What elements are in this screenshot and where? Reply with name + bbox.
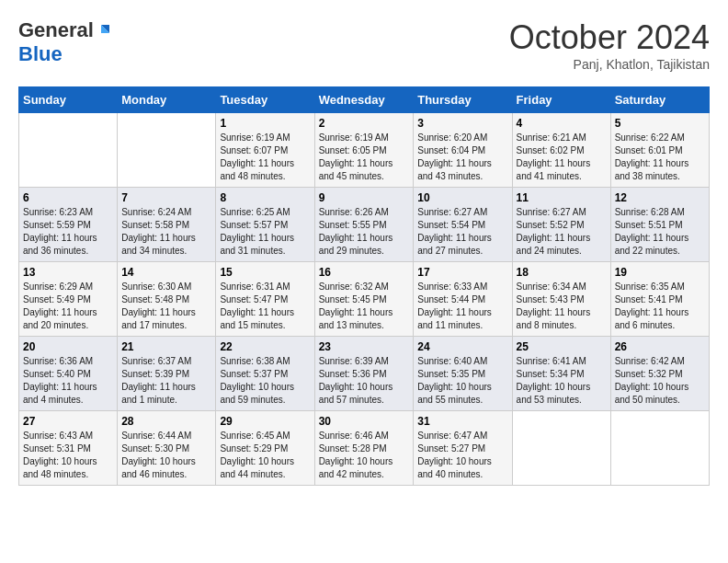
calendar-cell: 11Sunrise: 6:27 AM Sunset: 5:52 PM Dayli… xyxy=(512,188,610,262)
day-info: Sunrise: 6:41 AM Sunset: 5:34 PM Dayligh… xyxy=(517,355,607,407)
day-number: 29 xyxy=(220,415,310,428)
day-info: Sunrise: 6:37 AM Sunset: 5:39 PM Dayligh… xyxy=(121,355,211,407)
col-thursday: Thursday xyxy=(414,87,512,113)
calendar-cell xyxy=(610,411,709,486)
day-number: 3 xyxy=(417,117,507,130)
day-info: Sunrise: 6:38 AM Sunset: 5:37 PM Dayligh… xyxy=(220,355,310,407)
day-info: Sunrise: 6:30 AM Sunset: 5:48 PM Dayligh… xyxy=(121,281,211,332)
calendar-week-2: 6Sunrise: 6:23 AM Sunset: 5:59 PM Daylig… xyxy=(19,188,710,262)
calendar-cell: 7Sunrise: 6:24 AM Sunset: 5:58 PM Daylig… xyxy=(118,188,216,262)
day-number: 31 xyxy=(417,415,507,428)
day-number: 7 xyxy=(121,191,211,204)
header-row: Sunday Monday Tuesday Wednesday Thursday… xyxy=(19,87,710,113)
calendar-cell: 2Sunrise: 6:19 AM Sunset: 6:05 PM Daylig… xyxy=(314,113,414,188)
calendar-cell xyxy=(118,113,216,188)
calendar-week-5: 27Sunrise: 6:43 AM Sunset: 5:31 PM Dayli… xyxy=(19,411,710,486)
calendar-week-1: 1Sunrise: 6:19 AM Sunset: 6:07 PM Daylig… xyxy=(19,113,710,188)
calendar-cell: 9Sunrise: 6:26 AM Sunset: 5:55 PM Daylig… xyxy=(314,188,414,262)
day-info: Sunrise: 6:20 AM Sunset: 6:04 PM Dayligh… xyxy=(417,132,507,183)
day-info: Sunrise: 6:19 AM Sunset: 6:05 PM Dayligh… xyxy=(319,132,410,183)
calendar-cell: 3Sunrise: 6:20 AM Sunset: 6:04 PM Daylig… xyxy=(414,113,512,188)
day-info: Sunrise: 6:45 AM Sunset: 5:29 PM Dayligh… xyxy=(220,430,310,481)
col-wednesday: Wednesday xyxy=(314,87,414,113)
calendar-cell: 20Sunrise: 6:36 AM Sunset: 5:40 PM Dayli… xyxy=(19,337,118,411)
calendar-cell: 24Sunrise: 6:40 AM Sunset: 5:35 PM Dayli… xyxy=(414,337,512,411)
calendar-cell: 1Sunrise: 6:19 AM Sunset: 6:07 PM Daylig… xyxy=(216,113,314,188)
day-info: Sunrise: 6:43 AM Sunset: 5:31 PM Dayligh… xyxy=(23,430,113,481)
calendar-cell: 14Sunrise: 6:30 AM Sunset: 5:48 PM Dayli… xyxy=(118,262,216,337)
day-number: 14 xyxy=(121,266,211,279)
day-number: 22 xyxy=(220,340,310,353)
day-info: Sunrise: 6:26 AM Sunset: 5:55 PM Dayligh… xyxy=(319,206,410,258)
calendar-week-4: 20Sunrise: 6:36 AM Sunset: 5:40 PM Dayli… xyxy=(19,337,710,411)
day-number: 11 xyxy=(517,191,607,204)
day-info: Sunrise: 6:27 AM Sunset: 5:52 PM Dayligh… xyxy=(517,206,607,258)
day-info: Sunrise: 6:23 AM Sunset: 5:59 PM Dayligh… xyxy=(23,206,113,258)
day-info: Sunrise: 6:27 AM Sunset: 5:54 PM Dayligh… xyxy=(417,206,507,258)
col-sunday: Sunday xyxy=(19,87,118,113)
calendar-cell: 19Sunrise: 6:35 AM Sunset: 5:41 PM Dayli… xyxy=(610,262,709,337)
day-number: 6 xyxy=(23,191,113,204)
day-info: Sunrise: 6:21 AM Sunset: 6:02 PM Dayligh… xyxy=(517,132,607,183)
day-number: 24 xyxy=(417,340,507,353)
day-number: 10 xyxy=(417,191,507,204)
calendar-cell xyxy=(19,113,118,188)
day-info: Sunrise: 6:39 AM Sunset: 5:36 PM Dayligh… xyxy=(319,355,410,407)
calendar-cell: 16Sunrise: 6:32 AM Sunset: 5:45 PM Dayli… xyxy=(314,262,414,337)
calendar-cell: 23Sunrise: 6:39 AM Sunset: 5:36 PM Dayli… xyxy=(314,337,414,411)
day-number: 18 xyxy=(517,266,607,279)
calendar-cell: 12Sunrise: 6:28 AM Sunset: 5:51 PM Dayli… xyxy=(610,188,709,262)
day-number: 21 xyxy=(121,340,211,353)
day-info: Sunrise: 6:35 AM Sunset: 5:41 PM Dayligh… xyxy=(615,281,705,332)
day-info: Sunrise: 6:31 AM Sunset: 5:47 PM Dayligh… xyxy=(220,281,310,332)
calendar-cell: 15Sunrise: 6:31 AM Sunset: 5:47 PM Dayli… xyxy=(216,262,314,337)
day-info: Sunrise: 6:33 AM Sunset: 5:44 PM Dayligh… xyxy=(417,281,507,332)
day-info: Sunrise: 6:47 AM Sunset: 5:27 PM Dayligh… xyxy=(417,430,507,481)
day-number: 5 xyxy=(615,117,705,130)
day-info: Sunrise: 6:25 AM Sunset: 5:57 PM Dayligh… xyxy=(220,206,310,258)
location-subtitle: Panj, Khatlon, Tajikistan xyxy=(509,57,710,72)
day-info: Sunrise: 6:44 AM Sunset: 5:30 PM Dayligh… xyxy=(121,430,211,481)
day-info: Sunrise: 6:40 AM Sunset: 5:35 PM Dayligh… xyxy=(417,355,507,407)
day-number: 28 xyxy=(121,415,211,428)
calendar-cell: 27Sunrise: 6:43 AM Sunset: 5:31 PM Dayli… xyxy=(19,411,118,486)
day-number: 2 xyxy=(319,117,410,130)
day-info: Sunrise: 6:42 AM Sunset: 5:32 PM Dayligh… xyxy=(615,355,705,407)
calendar-week-3: 13Sunrise: 6:29 AM Sunset: 5:49 PM Dayli… xyxy=(19,262,710,337)
calendar-cell: 22Sunrise: 6:38 AM Sunset: 5:37 PM Dayli… xyxy=(216,337,314,411)
day-number: 23 xyxy=(319,340,410,353)
calendar-cell: 18Sunrise: 6:34 AM Sunset: 5:43 PM Dayli… xyxy=(512,262,610,337)
calendar-cell xyxy=(512,411,610,486)
day-info: Sunrise: 6:29 AM Sunset: 5:49 PM Dayligh… xyxy=(23,281,113,332)
day-number: 27 xyxy=(23,415,113,428)
logo-blue: Blue xyxy=(18,42,63,66)
calendar-table: Sunday Monday Tuesday Wednesday Thursday… xyxy=(18,86,710,486)
calendar-cell: 13Sunrise: 6:29 AM Sunset: 5:49 PM Dayli… xyxy=(19,262,118,337)
calendar-cell: 5Sunrise: 6:22 AM Sunset: 6:01 PM Daylig… xyxy=(610,113,709,188)
day-info: Sunrise: 6:32 AM Sunset: 5:45 PM Dayligh… xyxy=(319,281,410,332)
title-section: October 2024 Panj, Khatlon, Tajikistan xyxy=(509,18,710,72)
day-number: 25 xyxy=(517,340,607,353)
day-number: 1 xyxy=(220,117,310,130)
logo: General Blue xyxy=(18,18,112,66)
day-number: 26 xyxy=(615,340,705,353)
calendar-header: Sunday Monday Tuesday Wednesday Thursday… xyxy=(19,87,710,113)
day-number: 12 xyxy=(615,191,705,204)
day-info: Sunrise: 6:22 AM Sunset: 6:01 PM Dayligh… xyxy=(615,132,705,183)
calendar-cell: 21Sunrise: 6:37 AM Sunset: 5:39 PM Dayli… xyxy=(118,337,216,411)
month-title: October 2024 xyxy=(509,18,710,57)
day-number: 8 xyxy=(220,191,310,204)
day-number: 13 xyxy=(23,266,113,279)
day-number: 9 xyxy=(319,191,410,204)
day-info: Sunrise: 6:28 AM Sunset: 5:51 PM Dayligh… xyxy=(615,206,705,258)
logo-icon xyxy=(96,22,112,39)
day-number: 4 xyxy=(517,117,607,130)
calendar-cell: 8Sunrise: 6:25 AM Sunset: 5:57 PM Daylig… xyxy=(216,188,314,262)
day-info: Sunrise: 6:46 AM Sunset: 5:28 PM Dayligh… xyxy=(319,430,410,481)
col-tuesday: Tuesday xyxy=(216,87,314,113)
day-info: Sunrise: 6:36 AM Sunset: 5:40 PM Dayligh… xyxy=(23,355,113,407)
day-number: 15 xyxy=(220,266,310,279)
calendar-cell: 6Sunrise: 6:23 AM Sunset: 5:59 PM Daylig… xyxy=(19,188,118,262)
day-number: 20 xyxy=(23,340,113,353)
col-monday: Monday xyxy=(118,87,216,113)
